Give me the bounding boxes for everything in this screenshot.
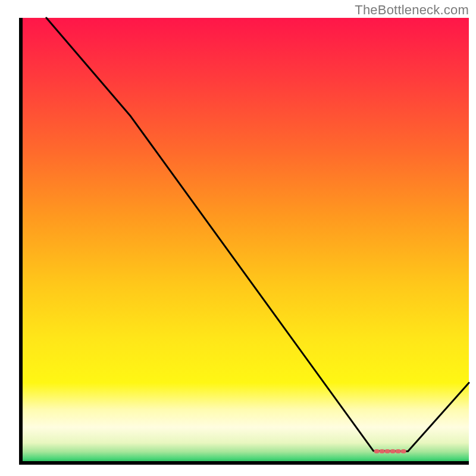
plot-background	[21, 18, 469, 463]
chart-root: TheBottleneck.com	[0, 0, 476, 476]
chart-canvas	[0, 0, 476, 476]
